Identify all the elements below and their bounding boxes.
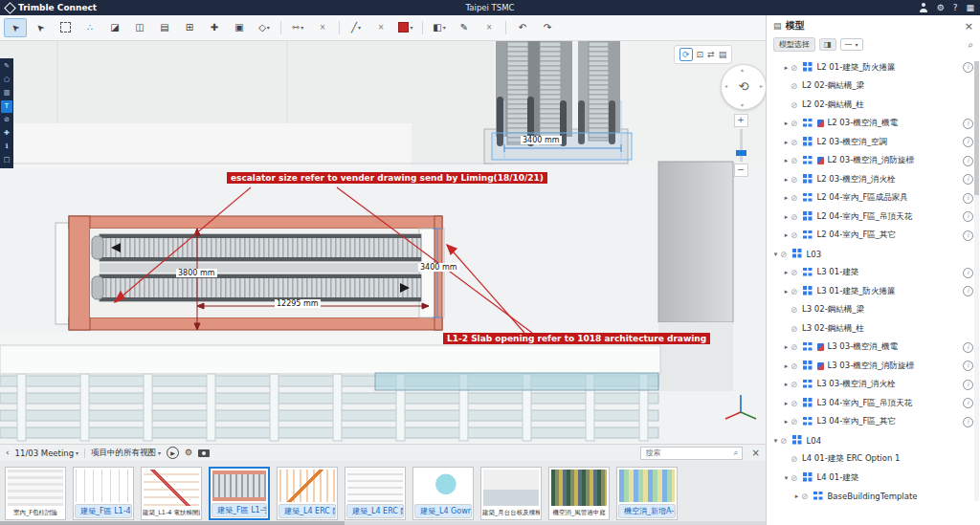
search-icon[interactable]: ⌕ [734,448,739,458]
collapse-panel-button[interactable]: ‹ [6,448,10,457]
pick-add-tool[interactable]: ➤ [29,18,52,37]
section-plane-tool[interactable]: ⊞ [178,18,201,37]
model-tree-row[interactable]: ▸⊘L2 03-機空消_消防旋標i [767,152,980,171]
model-tree-row[interactable]: ▸⊘L3 03-機空消_消防旋標i [767,357,980,376]
close-views-panel-button[interactable]: × [752,448,760,458]
visibility-off-icon[interactable]: ⊘ [791,156,802,165]
model-tree-row[interactable]: ▸⊘BaseBuildingTemplate [767,488,980,507]
caret-icon[interactable]: ▸ [782,194,791,202]
visibility-off-icon[interactable]: ⊘ [791,81,802,91]
caret-icon[interactable]: ▾ [782,474,791,482]
info-icon[interactable]: i [963,342,973,353]
view-thumbnail[interactable]: 建築_L4 Gown防火區 [412,467,474,520]
model-tree-row[interactable]: ▾⊘L4 01-建築 [767,469,980,488]
play-views-button[interactable]: ▶ [167,447,179,459]
model-tree-row[interactable]: ▸⊘L3 01-建築i [767,264,980,283]
split-view-tool[interactable]: ◧▾ [428,18,451,37]
model-hierarchy-tool[interactable]: ∴ [78,18,101,37]
models-search-button[interactable]: ⌕ [968,39,973,51]
panel-scrollbar-thumb[interactable] [974,61,979,195]
orbit-navigation-widget[interactable]: ▴ ▾ ◂ ▸ ⟲ [721,64,766,110]
visibility-off-icon[interactable]: ⊘ [791,175,802,185]
visibility-off-icon[interactable]: ⊘ [791,63,802,73]
view-options-icon[interactable]: ▤ [719,49,727,60]
view-thumbnail[interactable]: 機空消_新增A-F區隔 [616,467,678,520]
paint-selection-tool[interactable]: ◪ [103,18,126,37]
caret-icon[interactable]: ▸ [782,343,791,351]
apps-grid-icon[interactable]: ▦ [966,3,974,12]
visibility-off-icon[interactable]: ⊘ [791,100,802,110]
visibility-off-icon[interactable]: ⊘ [791,268,802,277]
visibility-off-icon[interactable]: ⊘ [780,250,791,259]
hide-object-icon[interactable]: ⊘ [1,114,12,126]
caret-icon[interactable]: ▸ [782,231,791,239]
view-presets-tool[interactable]: ◫ [128,18,151,37]
model-tree-row[interactable]: ⊘L2 02-鋼結構_梁 [767,77,980,97]
visibility-off-icon[interactable]: ⊘ [791,230,802,240]
info-icon[interactable]: i [963,62,973,73]
zoom-out-button[interactable]: − [734,164,748,177]
visibility-off-icon[interactable]: ⊘ [791,193,802,203]
close-panel-button[interactable]: × [965,20,973,33]
caret-icon[interactable]: ▸ [782,120,791,127]
redo-button[interactable]: ↷ [536,18,559,37]
info-icon[interactable]: i [963,286,973,296]
model-tree-row[interactable]: ▸⊘L3 04-室內_F區_其它i [767,413,980,432]
visibility-off-icon[interactable]: ⊘ [791,212,802,222]
objects-3d-tool[interactable]: ▣ [228,18,251,37]
right-wall[interactable] [658,162,733,391]
caret-icon[interactable]: ▸ [782,176,791,184]
info-icon[interactable]: i [963,137,973,147]
model-tree-row[interactable]: ▸⊘L3 04-室內_F區_吊頂天花i [767,394,980,413]
model-tree-row[interactable]: ▸⊘L2 03-機空消_空調i [767,133,980,152]
screenshot-icon[interactable]: ⊡ [697,49,704,60]
ceiling-grid[interactable] [0,373,658,441]
info-icon[interactable]: i [963,174,973,185]
caret-icon[interactable]: ▸ [782,381,791,388]
filter-button[interactable]: ◨ [819,38,836,51]
markup-info-icon[interactable]: ℹ [1,141,12,153]
model-tree-row[interactable]: ⊘L4 01-建築 ERC Option 1 [767,450,980,470]
clear-markup-button[interactable]: × [369,18,392,37]
settings-icon[interactable]: ⚙ [937,3,945,12]
meeting-dropdown[interactable]: 11/03 Meeting ▾ [15,448,78,458]
viewport-scene[interactable] [0,41,766,444]
model-tree-row[interactable]: ▸⊘L2 03-機空消_機電i [767,115,980,134]
model-tree-row[interactable]: ▾⊘L03 [767,245,980,264]
visibility-off-icon[interactable]: ⊘ [791,361,802,371]
markup-draw-tool[interactable]: ✎ [453,18,476,37]
info-icon[interactable]: i [963,398,973,408]
visibility-off-icon[interactable]: ⊘ [791,417,802,427]
markup-pen-icon[interactable]: ✎ [1,60,12,73]
thumbnail-scrollbar-thumb[interactable] [0,521,345,525]
markup-hatch-icon[interactable]: ▥ [1,87,12,99]
views-filter-dropdown[interactable]: 项目中的所有视图 ▾ [91,448,161,459]
caret-icon[interactable]: ▸ [782,288,791,295]
add-markup-icon[interactable]: ✚ [1,127,12,140]
visibility-off-icon[interactable]: ⊘ [801,492,813,501]
visibility-off-icon[interactable]: ⊘ [791,138,802,147]
clear-measure-button[interactable]: × [311,18,334,37]
caret-icon[interactable]: ▸ [782,157,791,164]
refresh-view-icon[interactable]: ⟳ [679,48,693,61]
model-select-button[interactable]: 模型选择 [773,37,815,52]
model-tree-row[interactable]: ▸⊘L2 04-室內_F區_其它i [767,227,980,246]
view-thumbnail[interactable]: 室內_F包柱討論 [5,467,66,520]
zoom-in-button[interactable]: + [734,114,748,127]
info-icon[interactable]: i [963,417,973,427]
model-tree-row[interactable]: ▸⊘L2 03-機空消_消火栓i [767,170,980,189]
view-thumbnail[interactable]: 建築_L4 ERC 防火區 [345,467,406,520]
user-icon[interactable] [919,3,928,12]
visibility-off-icon[interactable]: ⊘ [791,342,802,352]
visibility-off-icon[interactable]: ⊘ [780,436,791,446]
thumbnail-scrollbar[interactable] [0,521,766,525]
caret-icon[interactable]: ▾ [771,437,780,445]
caret-icon[interactable]: ▸ [782,64,791,72]
select-tool[interactable]: ➤ [4,18,27,37]
visibility-off-icon[interactable]: ⊘ [791,399,802,408]
caret-icon[interactable]: ▸ [782,362,791,370]
model-tree-row[interactable]: ▸⊘L2 04-室內_F區_吊頂天花i [767,208,980,227]
compare-views-icon[interactable]: ⇄ [707,49,715,60]
model-tree-row[interactable]: ⊘L2 02-鋼結構_柱 [767,96,980,115]
view-thumbnail[interactable]: 機空消_風管過中庭 [548,467,610,520]
